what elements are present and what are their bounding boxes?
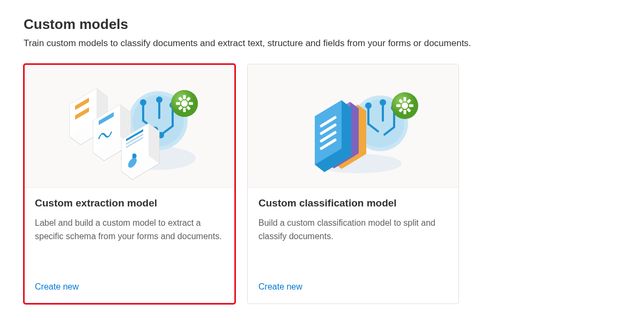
svg-point-10 [181, 100, 188, 107]
extraction-illustration [24, 64, 235, 188]
classification-illustration [248, 64, 458, 188]
card-description: Label and build a custom model to extrac… [35, 217, 224, 257]
card-body: Custom classification model Build a cust… [248, 188, 458, 304]
page-title: Custom models [24, 16, 620, 33]
svg-rect-44 [409, 104, 413, 107]
create-new-link[interactable]: Create new [35, 282, 79, 292]
stack-gear-icon [273, 72, 434, 180]
card-title: Custom classification model [258, 197, 448, 209]
svg-rect-13 [189, 102, 193, 105]
svg-rect-12 [183, 108, 186, 112]
svg-point-37 [366, 103, 371, 108]
svg-rect-43 [403, 110, 406, 114]
card-title: Custom extraction model [35, 197, 224, 209]
svg-rect-14 [176, 102, 180, 105]
card-custom-classification[interactable]: Custom classification model Build a cust… [247, 64, 459, 304]
svg-rect-45 [396, 104, 401, 107]
card-body: Custom extraction model Label and build … [24, 188, 235, 304]
svg-point-38 [381, 100, 385, 105]
svg-point-41 [402, 102, 408, 109]
documents-gear-icon [49, 72, 210, 180]
card-description: Build a custom classification model to s… [258, 217, 448, 257]
card-custom-extraction[interactable]: Custom extraction model Label and build … [24, 64, 235, 304]
card-row: Custom extraction model Label and build … [24, 64, 620, 304]
create-new-link[interactable]: Create new [258, 282, 302, 292]
svg-rect-42 [403, 97, 406, 101]
svg-point-3 [141, 100, 145, 105]
svg-rect-11 [183, 95, 186, 99]
svg-point-4 [157, 98, 161, 102]
page-subtitle: Train custom models to classify document… [24, 38, 620, 49]
